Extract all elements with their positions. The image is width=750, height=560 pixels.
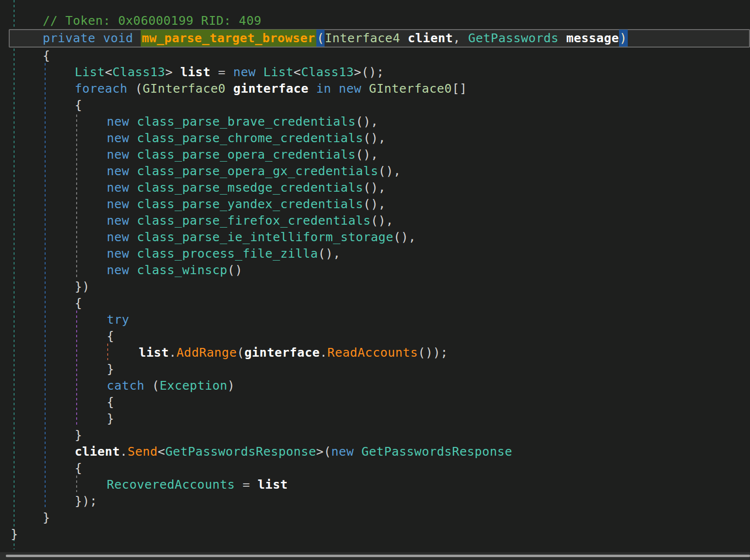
keyword: new	[107, 148, 137, 162]
punctuation: {	[75, 98, 82, 112]
interface-name: Interface4	[325, 31, 400, 45]
punctuation: .	[169, 346, 177, 360]
code-line: catch (Exception)	[0, 378, 750, 394]
punctuation: }	[75, 428, 82, 442]
punctuation: <	[158, 445, 165, 459]
keyword: new	[107, 263, 137, 277]
code-area: // Token: 0x06000199 RID: 409private voi…	[0, 13, 750, 543]
type-name: class_parse_chrome_credentials	[137, 131, 363, 145]
type-name: GetPasswords	[468, 31, 559, 45]
identifier: list	[139, 346, 169, 360]
punctuation: (),	[363, 197, 386, 211]
interface-name: GInterface0	[369, 82, 452, 96]
code-line: try	[0, 312, 750, 328]
code-line: new class_parse_yandex_credentials(),	[0, 196, 750, 213]
keyword: new	[107, 197, 137, 211]
punctuation: {	[107, 395, 114, 409]
keyword: new	[107, 214, 137, 228]
code-line: // Token: 0x06000199 RID: 409	[0, 13, 750, 29]
identifier: client	[75, 445, 120, 459]
keyword: foreach	[75, 82, 135, 96]
keyword: new	[107, 247, 137, 261]
keyword: new	[233, 65, 263, 79]
operator: =	[211, 65, 233, 79]
punctuation: ()	[228, 263, 243, 277]
keyword: new	[339, 82, 369, 96]
punctuation: >();	[354, 65, 384, 79]
keyword: in	[309, 82, 339, 96]
keyword: new	[107, 115, 137, 129]
punctuation: (),	[356, 115, 378, 129]
punctuation: }	[11, 527, 18, 541]
type-name: class_parse_brave_credentials	[137, 115, 356, 129]
code-line: List<Class13> list = new List<Class13>()…	[0, 64, 750, 81]
type-name: Exception	[160, 379, 228, 393]
punctuation: )	[228, 379, 235, 393]
punctuation: ());	[418, 346, 448, 360]
punctuation: (),	[378, 164, 401, 178]
horizontal-scrollbar[interactable]	[0, 552, 750, 560]
type-name: class_process_file_zilla	[137, 247, 318, 261]
code-line: }	[0, 510, 750, 526]
code-line: RecoveredAccounts = list	[0, 477, 750, 493]
punctuation: <	[105, 65, 113, 79]
punctuation: .	[120, 445, 128, 459]
punctuation: }	[107, 412, 114, 426]
type-name: List	[75, 65, 105, 79]
punctuation: (),	[356, 148, 378, 162]
keyword: new	[107, 181, 137, 195]
punctuation: []	[452, 82, 467, 96]
type-name: Class13	[301, 65, 354, 79]
punctuation: (),	[363, 131, 386, 145]
punctuation: {	[107, 329, 114, 343]
type-name: List	[263, 65, 293, 79]
punctuation	[559, 31, 567, 45]
punctuation: (	[135, 82, 143, 96]
punctuation	[400, 31, 408, 45]
code-line: foreach (GInterface0 ginterface in new G…	[0, 81, 750, 97]
type-name: class_parse_ie_intelliform_storage	[137, 230, 393, 244]
punctuation: (),	[318, 247, 341, 261]
identifier: ginterface	[233, 82, 309, 96]
type-name: class_parse_opera_credentials	[137, 148, 356, 162]
type-name: GetPasswordsResponse	[165, 445, 316, 459]
code-line: {	[0, 97, 750, 114]
keyword: private	[43, 31, 103, 45]
punctuation: (	[152, 379, 160, 393]
punctuation: <	[293, 65, 301, 79]
code-line: new class_parse_opera_gx_credentials(),	[0, 163, 750, 180]
code-line: list.AddRange(ginterface.ReadAccounts())…	[0, 345, 750, 361]
code-line: }	[0, 411, 750, 427]
identifier: ginterface	[245, 346, 320, 360]
punctuation: >(	[316, 445, 331, 459]
code-line: })	[0, 279, 750, 295]
identifier: list	[180, 65, 211, 79]
operator: =	[235, 478, 258, 492]
code-line: private void mw_parse_target_browser(Int…	[9, 29, 750, 48]
code-line: {	[0, 48, 750, 64]
punctuation	[226, 82, 233, 96]
keyword: try	[107, 313, 130, 327]
code-line: new class_parse_brave_credentials(),	[0, 114, 750, 130]
type-name: class_parse_yandex_credentials	[137, 197, 363, 211]
punctuation: >	[165, 65, 180, 79]
matched-bracket: (	[316, 30, 325, 47]
interface-name: GInterface0	[143, 82, 226, 96]
code-line: new class_parse_msedge_credentials(),	[0, 180, 750, 196]
comment: // Token: 0x06000199 RID: 409	[43, 14, 261, 28]
decompiled-code-view[interactable]: // Token: 0x06000199 RID: 409private voi…	[0, 0, 750, 560]
code-line: }	[0, 427, 750, 444]
method-name: ReadAccounts	[327, 346, 418, 360]
type-name: RecoveredAccounts	[107, 478, 235, 492]
punctuation: (),	[393, 230, 416, 244]
code-line: }	[0, 361, 750, 378]
punctuation: });	[75, 494, 98, 508]
code-line: {	[0, 460, 750, 477]
identifier: message	[566, 31, 619, 45]
punctuation: }	[43, 511, 50, 525]
identifier: client	[408, 31, 453, 45]
code-line: });	[0, 493, 750, 510]
scrollbar-thumb[interactable]	[6, 555, 750, 557]
highlighted-method-name[interactable]: mw_parse_target_browser	[141, 30, 316, 47]
code-line: new class_parse_ie_intelliform_storage()…	[0, 229, 750, 246]
